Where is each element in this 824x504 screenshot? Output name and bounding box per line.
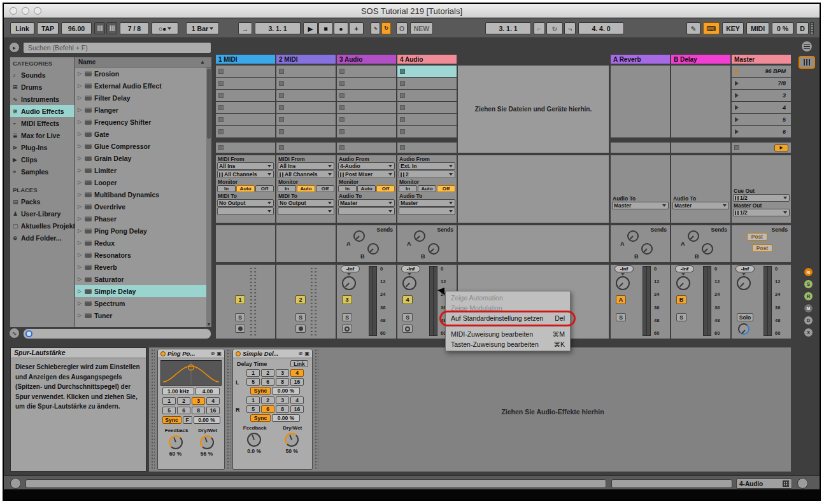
clip-slot[interactable]	[216, 126, 275, 137]
track-header[interactable]: 3 Audio	[337, 55, 396, 64]
track-header[interactable]: 1 MIDI	[216, 55, 275, 64]
beat-division-button[interactable]: 5	[162, 407, 176, 414]
monitor-auto-button[interactable]: Auto	[418, 185, 436, 192]
disclosure-icon[interactable]: ▷	[78, 179, 85, 185]
overdub-button[interactable]: +	[349, 22, 364, 34]
track-selector[interactable]: 4-Audio	[736, 479, 792, 489]
browser-item[interactable]: ▷Overdrive	[75, 200, 211, 213]
browser-item[interactable]: ▷Looper	[75, 176, 211, 188]
input-type-menu[interactable]: 4-Audio	[338, 162, 395, 170]
metronome-button[interactable]: ○●	[152, 22, 178, 34]
track-header[interactable]: A Reverb	[611, 55, 670, 64]
output-channel-menu[interactable]	[399, 207, 455, 215]
solo-button[interactable]: S	[616, 313, 626, 321]
monitor-in-button[interactable]: In	[399, 185, 417, 192]
device-title-bar[interactable]: Simple Del... ⊘ ▣	[233, 349, 312, 358]
scene-play-icon[interactable]	[735, 117, 739, 122]
show-mixer-toggle[interactable]: M	[804, 304, 813, 313]
disclosure-icon[interactable]: ▷	[78, 119, 85, 125]
sync-button[interactable]: Sync	[250, 414, 271, 422]
beat-division-button[interactable]: 1	[162, 397, 176, 405]
clip-slot[interactable]	[276, 126, 336, 137]
monitor-off-button[interactable]: Off	[437, 185, 455, 192]
scene-slot[interactable]: 6	[732, 126, 791, 137]
browser-item[interactable]: ▷Saturator	[75, 273, 211, 285]
quantization-menu[interactable]: 1 Bar	[186, 22, 219, 34]
arm-button[interactable]	[295, 325, 306, 333]
solo-button[interactable]: S	[342, 313, 352, 321]
arrangement-view-toggle-icon[interactable]	[801, 41, 813, 52]
stop-button[interactable]: ■	[318, 22, 333, 34]
offset-field[interactable]: 0.00 %	[194, 416, 220, 424]
beat-division-button[interactable]: 3	[276, 369, 289, 377]
disclosure-icon[interactable]: ▷	[78, 167, 85, 173]
send-a-knob[interactable]	[688, 230, 699, 242]
hot-swap-icon[interactable]: ⊘	[299, 351, 303, 356]
disclosure-icon[interactable]: ▷	[78, 204, 85, 209]
track-header[interactable]: Master	[732, 55, 791, 64]
input-channel-menu[interactable]: Post Mixer	[338, 171, 395, 178]
master-solo-button[interactable]: Solo	[737, 313, 753, 321]
disclosure-icon[interactable]: ▷	[78, 83, 85, 88]
stop-clip-slot[interactable]	[276, 143, 336, 153]
beat-division-button[interactable]: 1	[246, 396, 260, 404]
nudge-up-button[interactable]	[106, 22, 117, 34]
link-button[interactable]: Link	[290, 360, 308, 367]
browser-item[interactable]: ▷Tuner	[75, 309, 211, 321]
browser-toggle-icon[interactable]: ▸	[9, 42, 20, 53]
device-power-icon[interactable]	[160, 351, 166, 356]
browser-item[interactable]: ▷Limiter	[75, 164, 211, 176]
clip-slot[interactable]	[276, 66, 336, 77]
beat-division-button[interactable]: 8	[276, 405, 289, 413]
menu-item-edit-midi-mapping[interactable]: MIDI-Zuweisung bearbeiten⌘M	[446, 329, 570, 339]
device-title-bar[interactable]: Ping Po... ⊘ ▣	[158, 349, 224, 358]
key-map-button[interactable]: KEY	[722, 22, 744, 34]
disclosure-icon[interactable]: ▷	[78, 300, 85, 306]
track-drop-zone[interactable]: Ziehen Sie Dateien und Geräte hierhin.	[458, 66, 609, 153]
clip-slot[interactable]	[337, 102, 396, 113]
arm-button[interactable]	[402, 325, 413, 333]
send-b-knob[interactable]	[367, 243, 379, 255]
disclosure-icon[interactable]: ▷	[78, 155, 85, 161]
browser-item[interactable]: ▷Glue Compressor	[75, 140, 211, 152]
show-crossfader-toggle[interactable]: X	[804, 328, 813, 337]
output-type-menu[interactable]: Master	[612, 202, 669, 209]
beat-division-button[interactable]: 5	[246, 378, 260, 386]
output-type-menu[interactable]: Master	[338, 199, 395, 207]
sidebar-item-user-library[interactable]: ♟User-Library	[10, 207, 75, 220]
volume-field[interactable]: -Inf	[401, 265, 420, 272]
clip-slot[interactable]	[216, 102, 275, 113]
send-a-knob[interactable]	[353, 230, 365, 242]
volume-knob[interactable]	[676, 276, 690, 290]
stop-clip-slot[interactable]	[216, 143, 275, 153]
send-b-knob[interactable]	[702, 243, 713, 255]
monitor-in-button[interactable]: In	[338, 185, 357, 192]
list-name-header[interactable]: Name▲	[75, 57, 211, 67]
send-b-pre-post-button[interactable]: Post	[752, 244, 772, 252]
volume-knob[interactable]	[616, 276, 630, 290]
track-activator-button[interactable]: 3	[342, 295, 352, 304]
output-type-menu[interactable]: Master	[399, 199, 455, 207]
device-drop-zone[interactable]: Ziehen Sie Audio-Effekte hierhin	[425, 408, 680, 416]
clip-slot[interactable]	[337, 66, 396, 77]
beat-division-button[interactable]: 2	[261, 396, 274, 404]
offset-field[interactable]: 0.00 %	[272, 414, 300, 422]
stop-all-clips-button[interactable]: ▶	[774, 144, 788, 151]
midi-map-button[interactable]: MIDI	[746, 22, 769, 34]
loop-button[interactable]: ↻	[546, 22, 563, 34]
punch-in-button[interactable]: ⌐	[534, 22, 545, 34]
clip-slot[interactable]	[397, 102, 457, 113]
sync-button[interactable]: Sync	[162, 416, 181, 424]
arm-button[interactable]	[342, 325, 352, 333]
sidebar-item-clips[interactable]: ▶Clips	[10, 153, 75, 165]
monitor-off-button[interactable]: Off	[376, 185, 395, 192]
volume-field[interactable]: -Inf	[735, 265, 755, 272]
menu-item-reset-to-default[interactable]: Auf Standardeinstellung setzenDel	[446, 313, 570, 323]
time-signature-field[interactable]: 7 / 8	[120, 22, 149, 34]
volume-field[interactable]: -Inf	[614, 265, 634, 272]
scene-slot[interactable]: 3	[732, 90, 791, 101]
volume-field[interactable]: -Inf	[675, 265, 694, 272]
disclosure-icon[interactable]: ▷	[78, 264, 85, 270]
browser-item[interactable]: ▷Spectrum	[75, 297, 211, 309]
menu-item-show-automation[interactable]: Zeige Automation	[446, 293, 570, 303]
